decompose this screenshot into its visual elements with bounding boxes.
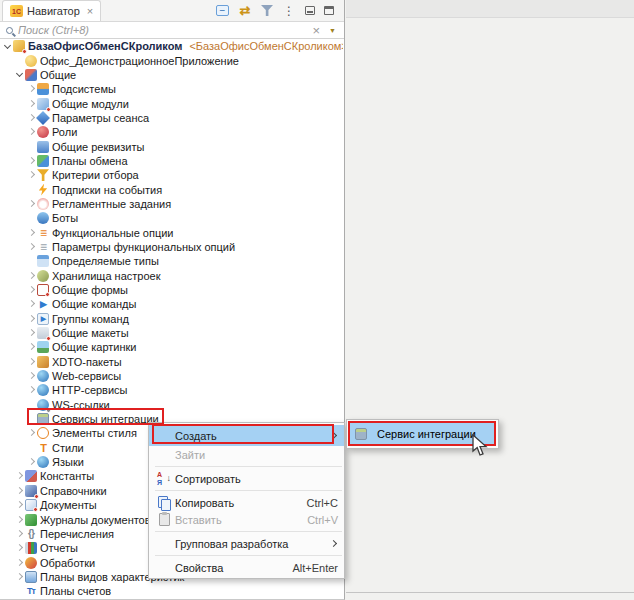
chevron-down-icon[interactable] [2,41,13,52]
exchange-plans-icon [37,155,49,167]
tree-item[interactable]: XDTO-пакеты [0,355,343,369]
menu-item-sort[interactable]: АЯ↓Сортировать [149,470,344,487]
chevron-right-icon[interactable] [26,285,37,296]
maximize-icon[interactable] [324,6,334,15]
menu-item-shortcut: Ctrl+V [307,514,338,526]
chevron-right-icon[interactable] [14,485,25,496]
chevron-right-icon[interactable] [26,371,37,382]
tree-item[interactable]: Общие реквизиты [0,139,343,153]
tree-item-label: Хранилища настроек [52,270,163,282]
tree-item-label: Офис_ДемонстрационноеПриложение [40,55,242,67]
chevron-right-icon[interactable] [26,385,37,396]
menu-item-team-development[interactable]: Групповая разработка [149,535,344,552]
search-options-caret-icon[interactable]: ▼ [329,27,336,34]
tree-item[interactable]: Общие модули [0,96,343,110]
expander-spacer [14,586,25,597]
expander-spacer [26,256,37,267]
chevron-right-icon[interactable] [26,198,37,209]
menu-item-copy[interactable]: КопироватьCtrl+C [149,494,344,511]
tree-item[interactable]: Подписки на события [0,182,343,196]
collapse-all-icon[interactable]: − [216,5,229,16]
chevron-right-icon[interactable] [14,571,25,582]
chevron-right-icon[interactable] [14,528,25,539]
tree-item[interactable]: HTTP-сервисы [0,383,343,397]
chevron-right-icon[interactable] [26,313,37,324]
tree-item[interactable]: ▶Группы команд [0,312,343,326]
chevron-right-icon[interactable] [26,241,37,252]
tree-item[interactable]: ТтПланы счетов [0,584,343,598]
chevron-right-icon[interactable] [26,428,37,439]
expander-spacer [26,399,37,410]
menu-item-properties[interactable]: СвойстваAlt+Enter [149,559,344,576]
menu-item-label: Создать [175,430,326,442]
menu-separator [149,528,344,535]
chevron-right-icon[interactable] [26,155,37,166]
tree-item[interactable]: WS-ссылки [0,398,343,412]
chevron-right-icon[interactable] [26,170,37,181]
tree-item-label: Параметры функциональных опций [52,241,238,253]
chevron-right-icon[interactable] [14,557,25,568]
chevron-right-icon[interactable] [26,84,37,95]
subsystems-icon [37,83,49,95]
chevron-right-icon[interactable] [14,514,25,525]
chevron-right-icon[interactable] [14,500,25,511]
tree-item[interactable]: Общие макеты [0,326,343,340]
tree-item[interactable]: Общие [0,68,343,82]
tree-item[interactable]: Роли [0,125,343,139]
tree-item[interactable]: ≡Параметры функциональных опций [0,240,343,254]
tree-item[interactable]: БазаОфисОбменСКроликом<БазаОфисОбменСКро… [0,39,343,53]
menu-item-goto[interactable]: Зайти [149,446,344,463]
search-icon [6,27,13,34]
tab-navigator[interactable]: 1С Навигатор × [2,0,101,21]
search-clear-icon[interactable]: × [312,24,320,37]
chevron-down-icon[interactable] [14,69,25,80]
tree-item[interactable]: Регламентные задания [0,197,343,211]
chevron-right-icon[interactable] [26,356,37,367]
chevron-right-icon[interactable] [26,127,37,138]
search-input[interactable] [18,24,307,36]
tree-item[interactable]: ▶Общие команды [0,297,343,311]
menu-item-paste[interactable]: ВставитьCtrl+V [149,511,344,528]
expander-spacer [26,414,37,425]
filter-icon[interactable] [261,5,273,16]
constants-icon [25,470,37,482]
tree-item[interactable]: Определяемые типы [0,254,343,268]
chevron-right-icon[interactable] [26,457,37,468]
link-with-editor-icon[interactable]: ⇄ [238,4,252,18]
chevron-right-icon[interactable] [26,227,37,238]
tree-item[interactable]: Подсистемы [0,82,343,96]
chevron-right-icon[interactable] [26,270,37,281]
common-icon [25,69,37,81]
tree-item-label: Определяемые типы [52,255,162,267]
tree-item[interactable]: Критерии отбора [0,168,343,182]
tree-item[interactable]: Общие формы [0,283,343,297]
tree-item[interactable]: Web-сервисы [0,369,343,383]
session-parameters-icon [36,111,50,125]
tree-item[interactable]: Планы обмена [0,154,343,168]
tree-item[interactable]: Офис_ДемонстрационноеПриложение [0,53,343,67]
scheduled-jobs-icon [37,198,49,210]
view-menu-icon[interactable]: ⋮ [282,4,296,18]
menu-item-create[interactable]: Создать [149,425,344,446]
tree-item[interactable]: ≡Функциональные опции [0,225,343,239]
submenu-item-label: Сервис интеграции [377,428,476,440]
tree-item[interactable]: Боты [0,211,343,225]
chevron-right-icon[interactable] [26,98,37,109]
integration-services-icon [355,428,367,440]
tree-item-suffix: <БазаОфисОбменСКроликом> [189,40,343,52]
menu-item-label: Групповая разработка [175,538,326,550]
chevron-right-icon[interactable] [26,328,37,339]
tree-item[interactable]: Параметры сеанса [0,111,343,125]
chevron-right-icon[interactable] [26,299,37,310]
chevron-right-icon[interactable] [14,471,25,482]
tree-item[interactable]: Хранилища настроек [0,269,343,283]
tab-close-icon[interactable]: × [87,5,93,17]
minimize-icon[interactable] [305,6,315,15]
styles-icon: T [37,442,49,454]
tree-item[interactable]: Общие картинки [0,340,343,354]
chevron-right-icon[interactable] [14,543,25,554]
chevron-right-icon[interactable] [26,342,37,353]
documents-icon [25,499,37,511]
tree-item-label: Подписки на события [52,184,165,196]
mouse-cursor [472,434,490,458]
